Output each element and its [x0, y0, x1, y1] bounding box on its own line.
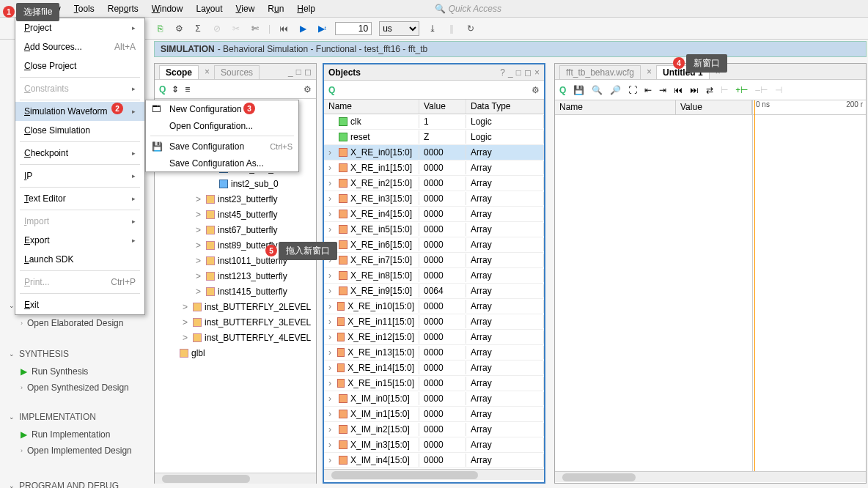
sigma-icon[interactable]: Σ	[192, 23, 204, 34]
submenu-item[interactable]: Open Configuration...	[146, 117, 298, 134]
close-icon[interactable]: ×	[205, 67, 210, 77]
search-icon[interactable]: Q	[159, 84, 166, 95]
step-icon[interactable]: ▶t	[316, 23, 328, 34]
scissors-icon[interactable]: ✂	[230, 23, 242, 34]
menu-layout[interactable]: Layout	[196, 4, 222, 14]
tree-row[interactable]: >inst23_butterfly	[155, 191, 316, 207]
first-icon[interactable]: ⏮	[674, 85, 683, 95]
menu-item[interactable]: Simulation Waveform▸	[15, 102, 144, 121]
menu-item[interactable]: Close Simulation	[15, 121, 144, 140]
object-row[interactable]: ›X_IM_in2[15:0]0000Array	[324, 422, 544, 437]
next-edge-icon[interactable]: ⇥	[659, 85, 666, 95]
cursor-line[interactable]	[754, 100, 755, 472]
col-name[interactable]: Name	[324, 100, 419, 114]
submenu-item[interactable]: Save Configuration As...	[146, 155, 298, 171]
object-row[interactable]: ›X_RE_in5[15:0]0000Array	[324, 222, 544, 237]
wcfg-tab[interactable]: fft_tb_behav.wcfg	[559, 65, 641, 79]
maximize-icon[interactable]: ◻	[304, 67, 312, 77]
menu-help[interactable]: Help	[297, 4, 315, 14]
object-row[interactable]: ›X_IM_in4[15:0]0000Array	[324, 453, 544, 468]
menu-item[interactable]: Constraints▸	[15, 79, 144, 98]
menu-run[interactable]: Run	[268, 4, 284, 14]
close-icon[interactable]: ×	[534, 67, 540, 78]
goto-icon[interactable]: ⊣	[775, 85, 782, 95]
last-icon[interactable]: ⏭	[690, 85, 699, 95]
object-row[interactable]: ›X_IM_in3[15:0]0000Array	[324, 437, 544, 453]
object-row[interactable]: ›X_RE_in10[15:0]0000Array	[324, 299, 544, 314]
object-row[interactable]: ›X_RE_in15[15:0]0000Array	[324, 376, 544, 391]
nav-open-implemented[interactable]: ›Open Implemented Design	[9, 443, 148, 459]
menu-item[interactable]: Checkpoint▸	[15, 144, 144, 163]
menu-window[interactable]: Window	[152, 4, 183, 14]
maximize-icon[interactable]: ◻	[524, 67, 532, 78]
menu-item[interactable]: Launch SDK	[15, 250, 144, 269]
menu-item[interactable]: Import▸	[15, 212, 144, 231]
gear-icon[interactable]: ⚙	[532, 85, 540, 95]
object-row[interactable]: ›X_RE_in14[15:0]0000Array	[324, 361, 544, 376]
object-row[interactable]: ›X_RE_in6[15:0]0000Array	[324, 237, 544, 253]
time-unit-select[interactable]: us	[379, 21, 419, 36]
prev-edge-icon[interactable]: ⇤	[644, 85, 652, 95]
menu-item[interactable]: Text Editor▸	[15, 189, 144, 208]
zoom-fit-icon[interactable]: ⛶	[628, 85, 637, 95]
menu-view[interactable]: View	[236, 4, 255, 14]
restore-icon[interactable]: □	[516, 67, 521, 78]
add-marker-icon[interactable]: +⊢	[735, 85, 748, 95]
tree-row[interactable]: >inst_BUTTERFLY_3LEVEL	[155, 314, 316, 330]
tree-row[interactable]: >inst1415_butterfly	[155, 284, 316, 299]
object-row[interactable]: ›X_RE_in12[15:0]0000Array	[324, 330, 544, 345]
object-row[interactable]: ›X_RE_in8[15:0]0000Array	[324, 268, 544, 284]
search-icon[interactable]: Q	[328, 85, 335, 95]
help-icon[interactable]: ?	[500, 67, 505, 78]
sources-tab[interactable]: Sources	[214, 65, 260, 79]
quick-access[interactable]: 🔍 Quick Access	[435, 4, 501, 14]
timeline[interactable]: 0 ns 200 r	[753, 100, 866, 115]
menu-item[interactable]: Exit	[15, 295, 144, 314]
close-icon[interactable]: ×	[647, 67, 652, 77]
menu-tools[interactable]: Tools	[74, 4, 95, 14]
object-row[interactable]: ›X_RE_in13[15:0]0000Array	[324, 345, 544, 361]
expand-icon[interactable]: ≡	[185, 84, 190, 95]
save-icon[interactable]: 💾	[573, 85, 584, 95]
nav-run-implementation[interactable]: ▶Run Implementation	[9, 426, 148, 443]
menu-item[interactable]: Close Project	[15, 56, 144, 75]
scissors2-icon[interactable]: ✄	[249, 23, 261, 34]
col-type[interactable]: Data Type	[466, 100, 544, 114]
tree-row[interactable]: >inst_BUTTERFLY_4LEVEL	[155, 330, 316, 345]
submenu-item[interactable]: 🗔New Configuration	[146, 100, 298, 117]
object-row[interactable]: ›X_RE_in3[15:0]0000Array	[324, 191, 544, 207]
object-row[interactable]: ›X_RE_in2[15:0]0000Array	[324, 176, 544, 191]
submenu-item[interactable]: 💾Save ConfigurationCtrl+S	[146, 138, 298, 155]
tree-row[interactable]: >inst_BUTTERFLY_2LEVEL	[155, 299, 316, 314]
object-row[interactable]: resetZLogic	[324, 130, 544, 145]
object-row[interactable]: ›X_RE_in1[15:0]0000Array	[324, 160, 544, 176]
minimize-icon[interactable]: _	[508, 67, 513, 78]
marker-icon[interactable]: ⊢	[721, 85, 728, 95]
tree-row[interactable]: >inst67_butterfly	[155, 222, 316, 237]
object-row[interactable]: ›X_RE_in4[15:0]0000Array	[324, 207, 544, 222]
scope-tab[interactable]: Scope	[159, 65, 199, 79]
object-row[interactable]: clk1Logic	[324, 114, 544, 130]
nav-run-synthesis[interactable]: ▶Run Synthesis	[9, 363, 148, 380]
wave-col-value[interactable]: Value	[676, 100, 752, 114]
swap-icon[interactable]: ⇄	[706, 85, 713, 95]
collapse-icon[interactable]: ⇕	[172, 84, 179, 95]
wave-col-name[interactable]: Name	[555, 100, 676, 114]
tree-row[interactable]: glbl	[155, 345, 316, 361]
object-row[interactable]: ›X_RE_in11[15:0]0000Array	[324, 314, 544, 330]
gear-icon[interactable]: ⚙	[304, 84, 312, 95]
wave-scrollbar[interactable]	[555, 471, 866, 482]
object-row[interactable]: ›X_RE_in9[15:0]0064Array	[324, 284, 544, 299]
restart-icon[interactable]: ⏮	[278, 23, 290, 34]
tree-row[interactable]: >inst45_butterfly	[155, 207, 316, 222]
menu-item[interactable]: Print...Ctrl+P	[15, 273, 144, 292]
zoom-out-icon[interactable]: 🔎	[610, 85, 621, 95]
scope-scrollbar[interactable]	[155, 473, 316, 484]
col-value[interactable]: Value	[419, 100, 466, 114]
reload-icon[interactable]: ↻	[465, 23, 477, 34]
menu-item[interactable]: Export▸	[15, 231, 144, 250]
play-icon[interactable]: ▶	[297, 23, 309, 34]
search-icon[interactable]: Q	[559, 85, 566, 95]
object-row[interactable]: ›X_RE_in7[15:0]0000Array	[324, 253, 544, 268]
add-icon[interactable]: ⎘	[154, 23, 166, 34]
